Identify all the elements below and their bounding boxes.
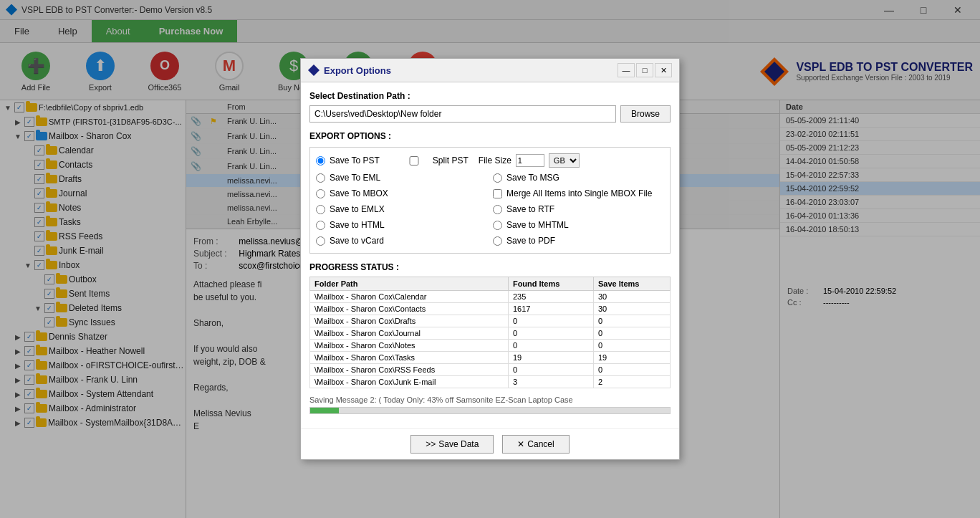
file-size-label: File Size [479,155,511,166]
found-items-cell: 0 [508,315,593,327]
save-pst-radio[interactable] [316,156,325,166]
save-msg-option[interactable]: Save To MSG [493,171,664,184]
save-items-cell: 0 [593,340,670,352]
progress-section: PROGRESS STATUS : Folder Path Found Item… [309,262,671,388]
col-folder-path: Folder Path [310,277,509,291]
cancel-icon: ✕ [517,439,524,449]
save-msg-radio[interactable] [493,173,502,183]
dialog-minimize-button[interactable]: — [618,63,635,77]
save-mhtml-option[interactable]: Save to MHTML [493,219,664,231]
file-size-input[interactable] [516,154,544,167]
export-options-label: EXPORT OPTIONS : [309,131,671,141]
save-emlx-option[interactable]: Save to EMLX [316,203,487,216]
table-row: \Mailbox - Sharon Cox\RSS Feeds 0 0 [310,364,671,376]
save-eml-option[interactable]: Save To EML [316,171,487,184]
save-mhtml-label: Save to MHTML [506,220,569,230]
save-html-option[interactable]: Save to HTML [316,219,487,231]
save-items-cell: 0 [593,364,670,376]
save-rtf-option[interactable]: Save to RTF [493,203,664,216]
merge-mbox-option[interactable]: Merge All Items into Single MBOX File [493,187,664,200]
dialog-controls: — □ ✕ [618,63,672,77]
save-vcard-label: Save to vCard [330,236,384,246]
dest-path-label: Select Destination Path : [309,91,671,101]
dest-path-row: Browse [309,105,671,123]
dialog-close-button[interactable]: ✕ [655,63,672,77]
folder-path-cell: \Mailbox - Sharon Cox\Tasks [310,352,509,364]
dialog-maximize-button[interactable]: □ [636,63,653,77]
split-pst-checkbox[interactable] [400,156,428,166]
found-items-cell: 0 [508,364,593,376]
save-eml-label: Save To EML [330,173,380,183]
found-items-cell: 0 [508,340,593,352]
file-size-unit-select[interactable]: GB MB [549,153,580,168]
save-data-icon: >> [426,439,436,449]
folder-path-cell: \Mailbox - Sharon Cox\Journal [310,327,509,340]
save-eml-radio[interactable] [316,173,325,183]
save-emlx-label: Save to EMLX [330,204,385,214]
table-row: \Mailbox - Sharon Cox\Junk E-mail 3 2 [310,376,671,388]
dialog-title: Export Options [308,64,391,76]
table-row: \Mailbox - Sharon Cox\Drafts 0 0 [310,315,671,327]
found-items-cell: 1617 [508,303,593,315]
found-items-cell: 19 [508,352,593,364]
save-items-cell: 0 [593,315,670,327]
cancel-button[interactable]: ✕ Cancel [502,435,569,454]
table-row: \Mailbox - Sharon Cox\Tasks 19 19 [310,352,671,364]
save-emlx-radio[interactable] [316,205,325,214]
save-html-radio[interactable] [316,221,325,230]
progress-bar-container [309,407,671,414]
save-pdf-radio[interactable] [493,236,502,246]
export-options-section: EXPORT OPTIONS : Save To PST Split PST F… [309,131,671,254]
dialog-title-icon [308,64,320,76]
folder-path-cell: \Mailbox - Sharon Cox\RSS Feeds [310,364,509,376]
split-pst-label: Split PST [433,155,469,166]
found-items-cell: 0 [508,327,593,340]
save-html-label: Save to HTML [330,220,385,230]
dialog-body: Select Destination Path : Browse EXPORT … [301,82,679,428]
table-row: \Mailbox - Sharon Cox\Journal 0 0 [310,327,671,340]
save-items-cell: 0 [593,327,670,340]
save-data-label: Save Data [438,439,479,449]
save-rtf-label: Save to RTF [506,204,554,214]
save-items-cell: 30 [593,303,670,315]
progress-table: Folder Path Found Items Save Items \Mail… [309,277,671,388]
table-row: \Mailbox - Sharon Cox\Notes 0 0 [310,340,671,352]
save-items-cell: 2 [593,376,670,388]
save-msg-label: Save To MSG [506,173,559,183]
folder-path-cell: \Mailbox - Sharon Cox\Calendar [310,291,509,303]
table-row: \Mailbox - Sharon Cox\Calendar 235 30 [310,291,671,303]
save-items-cell: 30 [593,291,670,303]
dialog-titlebar: Export Options — □ ✕ [301,59,679,82]
save-items-cell: 19 [593,352,670,364]
folder-path-cell: \Mailbox - Sharon Cox\Drafts [310,315,509,327]
save-mbox-radio[interactable] [316,189,325,198]
save-pdf-label: Save to PDF [506,236,555,246]
save-vcard-option[interactable]: Save to vCard [316,234,487,247]
save-pst-option[interactable]: Save To PST [316,154,380,167]
save-mbox-label: Save To MBOX [330,188,388,198]
folder-path-cell: \Mailbox - Sharon Cox\Junk E-mail [310,376,509,388]
export-options-dialog: Export Options — □ ✕ Select Destination … [300,58,680,460]
found-items-cell: 3 [508,376,593,388]
col-save-items: Save Items [593,277,670,291]
folder-path-cell: \Mailbox - Sharon Cox\Contacts [310,303,509,315]
progress-label: PROGRESS STATUS : [309,262,671,272]
col-found-items: Found Items [508,277,593,291]
save-pdf-option[interactable]: Save to PDF [493,234,664,247]
save-data-button[interactable]: >> Save Data [410,435,494,454]
save-vcard-radio[interactable] [316,236,325,246]
split-pst-row: Split PST File Size GB MB [400,153,580,168]
progress-bar-fill [310,408,339,413]
found-items-cell: 235 [508,291,593,303]
dialog-footer: >> Save Data ✕ Cancel [301,428,679,459]
dest-path-input[interactable] [309,105,616,123]
save-rtf-radio[interactable] [493,205,502,214]
merge-mbox-checkbox[interactable] [493,189,502,198]
folder-path-cell: \Mailbox - Sharon Cox\Notes [310,340,509,352]
save-mhtml-radio[interactable] [493,221,502,230]
save-mbox-option[interactable]: Save To MBOX [316,187,487,200]
merge-mbox-label: Merge All Items into Single MBOX File [506,188,652,198]
table-row: \Mailbox - Sharon Cox\Contacts 1617 30 [310,303,671,315]
browse-button[interactable]: Browse [620,105,671,123]
status-message: Saving Message 2: ( Today Only: 43% off … [309,395,671,404]
